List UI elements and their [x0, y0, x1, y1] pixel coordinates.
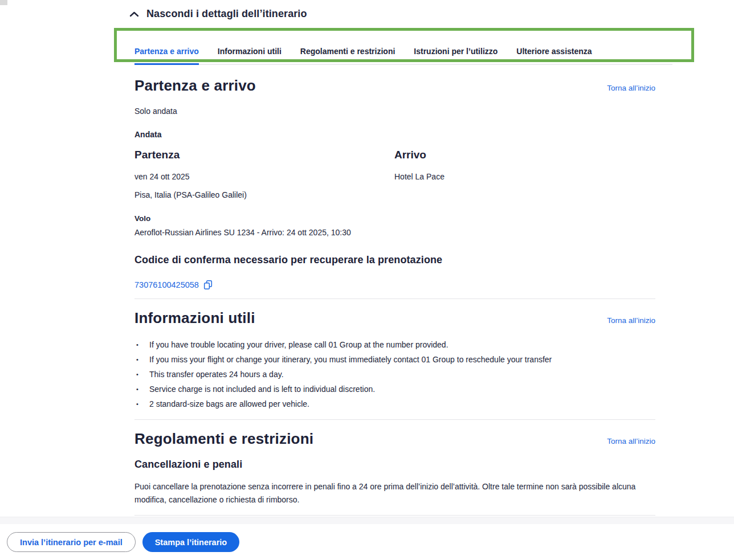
departure-date: ven 24 ott 2025 [134, 171, 394, 183]
section-title-departure: Partenza e arrivo [134, 77, 256, 95]
section-divider [134, 419, 655, 420]
toggle-label: Nascondi i dettagli dell’itinerario [146, 8, 307, 20]
back-to-top-link[interactable]: Torna all’inizio [607, 437, 655, 445]
tab-ulteriore-assistenza[interactable]: Ulteriore assistenza [516, 47, 592, 65]
screenshot-artifact [0, 0, 7, 5]
arrival-place: Hotel La Pace [394, 171, 655, 183]
itinerary-details: Nascondi i dettagli dell’itinerario Part… [134, 0, 655, 560]
arrival-heading: Arrivo [394, 149, 655, 161]
section-title-useful-info: Informazioni utili [134, 309, 255, 327]
list-item: Service charge is not included and is le… [134, 382, 655, 397]
confirmation-code-link[interactable]: 73076100425058 [134, 280, 199, 289]
useful-info-list: If you have trouble locating your driver… [134, 337, 655, 411]
highlight-box: Partenza e arrivo Informazioni utili Reg… [114, 28, 694, 62]
list-item: 2 standard-size bags are allowed per veh… [134, 397, 655, 411]
section-divider [134, 299, 655, 299]
rules-subtitle: Cancellazioni e penali [134, 459, 655, 471]
tab-informazioni-utili[interactable]: Informazioni utili [218, 47, 282, 65]
action-footer: Invia l’itinerario per e-mail Stampa l’i… [0, 524, 734, 560]
tab-regolamenti-e-restrizioni[interactable]: Regolamenti e restrizioni [300, 47, 395, 65]
list-item: This transfer operates 24 hours a day. [134, 367, 655, 382]
section-tabs: Partenza e arrivo Informazioni utili Reg… [134, 39, 672, 65]
back-to-top-link[interactable]: Torna all’inizio [607, 316, 655, 325]
departure-heading: Partenza [134, 149, 394, 161]
direction-label: Andata [134, 129, 655, 141]
email-itinerary-button[interactable]: Invia l’itinerario per e-mail [7, 532, 136, 552]
chevron-up-icon [129, 11, 139, 17]
departure-place: Pisa, Italia (PSA-Galileo Galilei) [134, 189, 394, 201]
trip-type: Solo andata [134, 105, 655, 117]
list-item: If you have trouble locating your driver… [134, 337, 655, 352]
tab-partenza-e-arrivo[interactable]: Partenza e arrivo [134, 47, 199, 65]
confirmation-title: Codice di conferma necessario per recupe… [134, 254, 655, 266]
back-to-top-link[interactable]: Torna all’inizio [607, 84, 655, 92]
hide-itinerary-toggle[interactable]: Nascondi i dettagli dell’itinerario [129, 0, 655, 20]
rules-body: Puoi cancellare la prenotazione senza in… [134, 480, 655, 506]
copy-icon[interactable] [203, 280, 213, 290]
print-itinerary-button[interactable]: Stampa l’itinerario [142, 532, 240, 552]
section-divider [134, 515, 655, 516]
list-item: If you miss your flight or change your i… [134, 352, 655, 367]
flight-info: Aeroflot-Russian Airlines SU 1234 - Arri… [134, 227, 655, 239]
tab-istruzioni-per-utilizzo[interactable]: Istruzioni per l’utilizzo [414, 47, 498, 65]
flight-label: Volo [134, 213, 655, 224]
section-title-rules: Regolamenti e restrizioni [134, 430, 313, 448]
